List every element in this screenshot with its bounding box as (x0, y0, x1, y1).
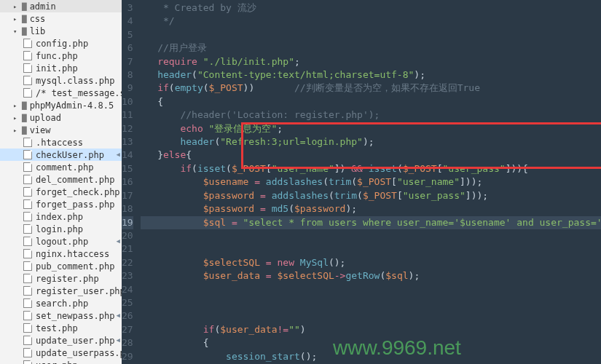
file-item[interactable]: mysql.class.php (0, 74, 122, 87)
folder-icon: ▇ (22, 26, 27, 36)
file-icon (23, 88, 32, 98)
file-tree-sidebar[interactable]: ▸▇admin▸▇css▾▇libconfig.phpfunc.phpinit.… (0, 0, 122, 364)
code-line[interactable]: $password = md5($password); (141, 202, 601, 215)
code-line[interactable]: $password = addslashes(trim($_POST["user… (141, 189, 601, 202)
file-item[interactable]: init.php (0, 62, 122, 74)
code-line[interactable]: require "./lib/init.php"; (141, 55, 601, 68)
folder-item[interactable]: ▸▇upload (0, 111, 122, 124)
file-label: mysql.class.php (36, 76, 114, 86)
file-item[interactable]: func.php (0, 50, 122, 62)
file-icon (23, 199, 32, 209)
file-item[interactable]: /* test_message.sql (0, 87, 122, 99)
file-item[interactable]: checkUser.php◀ (0, 149, 122, 161)
file-icon (23, 51, 32, 60)
code-line[interactable] (141, 28, 601, 41)
file-icon (23, 150, 32, 159)
file-icon (23, 63, 32, 73)
file-label: index.php (36, 212, 83, 222)
code-line[interactable]: if(isset($_POST["user_name"]) && isset($… (141, 162, 601, 175)
marker-icon: ◀ (117, 312, 120, 319)
marker-icon: ◀ (117, 151, 120, 158)
file-label: init.php (36, 63, 78, 74)
file-icon (23, 237, 32, 246)
code-line[interactable]: */ (141, 15, 601, 28)
expand-arrow-icon: ▸ (13, 114, 20, 122)
code-line[interactable] (141, 296, 601, 309)
marker-icon: ◀ (117, 237, 120, 245)
code-line[interactable]: header("Content-type:text/html;charset=u… (141, 68, 601, 82)
file-item[interactable]: search.php (0, 297, 122, 309)
code-line[interactable]: * Created by 流沙 (141, 1, 601, 15)
file-icon (23, 360, 32, 364)
file-item[interactable]: register.php (0, 272, 122, 285)
code-line[interactable]: { (141, 95, 601, 108)
folder-icon: ▇ (22, 100, 27, 110)
code-line[interactable]: $selectSQL = new MySql(); (141, 256, 601, 269)
folder-item[interactable]: ▸▇admin (0, 0, 122, 12)
expand-arrow-icon: ▸ (13, 127, 20, 134)
file-label: del_comment.php (36, 175, 114, 185)
file-item[interactable]: logout.php◀ (0, 235, 122, 248)
marker-icon: ◀ (117, 336, 120, 344)
file-label: admin (30, 1, 56, 12)
code-line[interactable]: if($user_data!="") (141, 323, 601, 336)
file-item[interactable]: config.php (0, 37, 122, 50)
file-item[interactable]: .htaccess (0, 136, 122, 149)
file-icon (23, 286, 32, 296)
code-line[interactable]: $usename = addslashes(trim($_POST["user_… (141, 175, 601, 189)
file-item[interactable]: pub_comment.php (0, 260, 122, 272)
file-item[interactable]: forget_pass.php (0, 198, 122, 210)
file-icon (23, 249, 32, 258)
code-line[interactable] (141, 242, 601, 256)
code-line[interactable]: //用户登录 (141, 41, 601, 55)
code-content[interactable]: * Created by 流沙 */ //用户登录 require "./lib… (141, 0, 601, 364)
watermark-text: www.9969.net (333, 336, 461, 360)
file-icon (23, 348, 32, 357)
file-label: phpMyAdmin-4.8.5 (30, 100, 114, 111)
file-item[interactable]: comment.php (0, 161, 122, 173)
file-icon (23, 323, 32, 333)
file-icon (23, 138, 32, 147)
file-item[interactable]: test.php (0, 322, 122, 334)
file-label: forget_check.php (36, 187, 120, 197)
code-line[interactable]: $sql = "select * from users where user_n… (141, 216, 601, 229)
file-item[interactable]: del_comment.php (0, 173, 122, 186)
file-label: register_user.php (36, 286, 122, 296)
file-item[interactable]: set_newpass.php◀ (0, 309, 122, 322)
file-icon (23, 224, 32, 234)
file-item[interactable]: forget_check.php (0, 186, 122, 198)
file-icon (23, 298, 32, 308)
code-line[interactable]: if(empty($_POST)) //判断变量是否为空，如果不存在返回True (141, 82, 601, 95)
file-label: .htaccess (36, 138, 83, 148)
code-line[interactable]: $user_data = $selectSQL->getRow($sql); (141, 269, 601, 282)
file-item[interactable]: register_user.php (0, 285, 122, 297)
file-item[interactable]: login.php (0, 223, 122, 235)
expand-arrow-icon: ▸ (13, 15, 20, 23)
file-label: forget_pass.php (36, 199, 114, 210)
file-label: nginx.htaccess (36, 249, 109, 259)
file-item[interactable]: update_user.php◀ (0, 334, 122, 347)
file-label: logout.php (36, 237, 88, 247)
file-label: test.php (36, 323, 78, 333)
code-line[interactable] (141, 229, 601, 242)
folder-item[interactable]: ▸▇css (0, 12, 122, 25)
file-item[interactable]: index.php (0, 210, 122, 223)
folder-item[interactable]: ▸▇phpMyAdmin-4.8.5 (0, 99, 122, 111)
code-line[interactable] (141, 309, 601, 323)
folder-item[interactable]: ▸▇view (0, 124, 122, 136)
file-item[interactable]: nginx.htaccess (0, 248, 122, 260)
code-line[interactable]: //header('Location: register.php'); (141, 108, 601, 122)
file-item[interactable]: user.php (0, 359, 122, 364)
file-icon (23, 212, 32, 221)
code-line[interactable]: }else{ (141, 149, 601, 162)
file-icon (23, 162, 32, 172)
file-label: lib (30, 26, 46, 36)
code-line[interactable] (141, 283, 601, 296)
code-line[interactable]: header("Refresh:3;url=login.php"); (141, 135, 601, 149)
file-item[interactable]: update_userpass.php (0, 347, 122, 359)
code-editor[interactable]: 3456789101112131415161718192021222324252… (122, 0, 601, 364)
folder-item[interactable]: ▾▇lib (0, 25, 122, 37)
code-line[interactable]: echo "登录信息为空"; (141, 122, 601, 135)
file-label: css (30, 14, 46, 24)
file-icon (23, 175, 32, 184)
